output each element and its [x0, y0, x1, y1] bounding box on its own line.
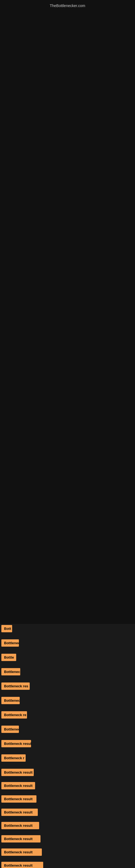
- bottleneck-result-badge: Bottleneck result: [1, 835, 41, 842]
- result-row: Bottleneck result: [0, 806, 135, 818]
- bottleneck-result-badge: Bott: [1, 625, 12, 632]
- bottleneck-result-badge: Bottle: [1, 654, 16, 661]
- result-row: Bottleneck: [0, 695, 135, 707]
- result-row: Bottleneck resul: [0, 738, 135, 750]
- bottleneck-result-badge: Bottleneck re: [1, 711, 27, 718]
- bottleneck-result-badge: Bottleneck result: [1, 822, 39, 829]
- site-title: TheBottlenecker.com: [0, 1, 135, 10]
- result-row: Bottleneck: [0, 666, 135, 679]
- bottleneck-result-badge: Bottleneck result: [1, 795, 37, 803]
- result-row: Bottleneck result: [0, 780, 135, 792]
- bottleneck-result-badge: Bottlenec: [1, 639, 19, 647]
- bottleneck-result-badge: Bottleneck result: [1, 862, 43, 868]
- result-row: Bottleneck result: [0, 767, 135, 778]
- bottleneck-result-badge: Bottleneck result: [1, 769, 34, 776]
- bottleneck-result-badge: Bottleneck resul: [1, 740, 31, 747]
- result-row: Bottleneck re: [0, 709, 135, 722]
- result-row: Bott: [0, 623, 135, 636]
- results-section: BottBottlenecBottleBottleneckBottleneck …: [0, 618, 135, 868]
- bottleneck-result-badge: Bottleneck: [1, 668, 20, 675]
- result-row: Bottleneck result: [0, 820, 135, 831]
- bottleneck-result-badge: Bottleneck result: [1, 848, 42, 856]
- bottleneck-result-badge: Bottleneck result: [1, 809, 38, 816]
- result-row: Bottleneck res: [0, 680, 135, 693]
- result-row: Bottleneck result: [0, 860, 135, 868]
- bottleneck-result-badge: Bottleneck r: [1, 754, 26, 762]
- result-row: Bottleneck result: [0, 833, 135, 845]
- result-row: Bottlenec: [0, 637, 135, 650]
- bottleneck-result-badge: Bottlenec: [1, 725, 19, 733]
- bottleneck-result-badge: Bottleneck: [1, 697, 20, 704]
- chart-area: TheBottlenecker.com: [0, 0, 135, 624]
- bottleneck-result-badge: Bottleneck result: [1, 782, 35, 789]
- result-row: Bottleneck r: [0, 752, 135, 765]
- result-row: Bottlenec: [0, 723, 135, 736]
- result-row: Bottleneck result: [0, 846, 135, 858]
- result-row: Bottle: [0, 652, 135, 664]
- result-row: Bottleneck result: [0, 793, 135, 805]
- bottleneck-result-badge: Bottleneck res: [1, 682, 30, 690]
